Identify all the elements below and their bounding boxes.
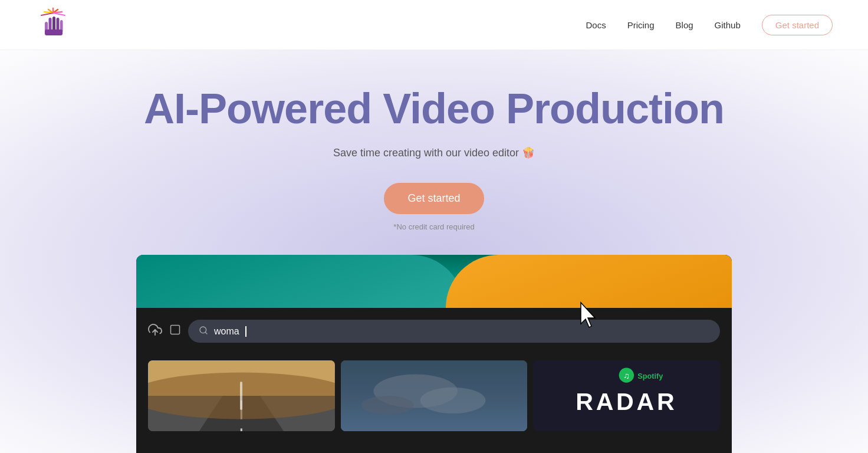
text-cursor [245, 326, 246, 337]
get-started-nav-button[interactable]: Get started [762, 15, 833, 35]
search-bar[interactable]: woma [188, 320, 720, 343]
search-icon [199, 326, 208, 337]
thumbnail-spotify-radar: ♫ Spotify RADAR [533, 360, 720, 431]
svg-line-6 [53, 13, 65, 15]
navbar: Docs Pricing Blog Github Get started [0, 0, 868, 50]
layout-icon[interactable] [169, 324, 181, 339]
svg-point-23 [148, 373, 335, 419]
svg-point-26 [420, 388, 485, 413]
thumbnail-sky [341, 360, 528, 431]
svg-text:Spotify: Spotify [638, 373, 663, 381]
thumbnail-road [148, 360, 335, 431]
svg-line-5 [41, 13, 53, 15]
logo-icon [35, 7, 71, 42]
svg-point-27 [361, 396, 414, 415]
teal-shape [136, 255, 464, 308]
svg-line-16 [205, 332, 207, 334]
nav-links: Docs Pricing Blog Github Get started [586, 15, 833, 35]
orange-shape [446, 255, 732, 308]
hero-title: AI-Powered Video Production [24, 86, 844, 132]
search-bar-row: woma [148, 320, 720, 343]
search-input-text: woma [214, 326, 239, 337]
svg-text:♫: ♫ [623, 372, 630, 381]
svg-rect-14 [171, 326, 180, 334]
nav-link-docs[interactable]: Docs [586, 20, 606, 30]
nav-link-pricing[interactable]: Pricing [627, 20, 655, 30]
video-preview: woma [136, 255, 732, 453]
mouse-cursor [578, 301, 602, 331]
editor-top-graphic [136, 255, 732, 308]
editor-dark-area: woma [136, 308, 732, 453]
svg-text:RADAR: RADAR [576, 388, 678, 415]
svg-marker-17 [581, 303, 595, 327]
logo[interactable] [35, 7, 71, 42]
thumbnails-row: ♫ Spotify RADAR [148, 360, 720, 431]
nav-link-blog[interactable]: Blog [676, 20, 693, 30]
svg-rect-12 [45, 29, 63, 35]
no-credit-card-text: *No credit card required [24, 222, 844, 231]
upload-icon[interactable] [148, 323, 162, 340]
hero-section: AI-Powered Video Production Save time cr… [0, 50, 868, 453]
hero-cta-button[interactable]: Get started [384, 183, 484, 214]
nav-link-github[interactable]: Github [715, 20, 741, 30]
hero-subtitle: Save time creating with our video editor… [24, 146, 844, 159]
